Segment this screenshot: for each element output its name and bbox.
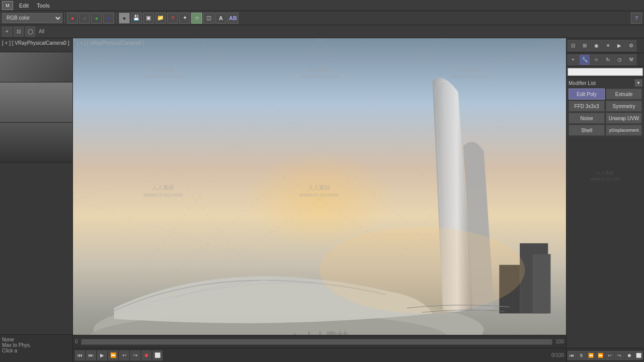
toolbar-folder-btn[interactable]: 📁 — [155, 13, 166, 24]
rp-anim-bar: ⏮ ⏸ ⏪ ⏩ ↩ ↪ ⏺ ⬜ — [567, 348, 644, 362]
main-layout: [ + ] [ VRayPhysicalCamera0 ] None Max t… — [0, 38, 644, 362]
rp-anim-forward[interactable]: ⏩ — [596, 351, 605, 360]
left-panel: [ + ] [ VRayPhysicalCamera0 ] None Max t… — [0, 38, 73, 362]
watermark-1: 人人素材 www.rr-sc.com — [143, 66, 183, 79]
anim-redo-btn[interactable]: ↪ — [130, 350, 140, 360]
menu-tools[interactable]: Tools — [33, 2, 54, 10]
svg-line-4 — [73, 38, 566, 200]
toolbar-ab-btn[interactable]: AB — [227, 13, 238, 24]
rp-tools-icon[interactable]: ⚙ — [625, 40, 636, 51]
anim-play-btn[interactable]: ▶ — [97, 350, 107, 360]
timeline-start: 0 — [75, 339, 78, 344]
modifier-dropdown-btn[interactable]: ▼ — [635, 79, 642, 86]
rp-scene-icon[interactable]: ⊡ — [568, 40, 579, 51]
anim-end-btn[interactable]: ⬜ — [152, 350, 163, 360]
rp-display2-icon[interactable]: ◷ — [614, 54, 625, 65]
rp-color-row — [567, 66, 644, 77]
toolbar-render-btn[interactable]: ▣ — [143, 13, 154, 24]
tb2-plus-btn[interactable]: + — [2, 27, 12, 37]
secondary-toolbar: + ⊡ ◯ All — [0, 25, 644, 38]
toolbar-snap-btn[interactable]: ✦ — [179, 13, 190, 24]
anim-key-btn[interactable]: ⏺ — [141, 350, 151, 360]
svg-rect-16 — [533, 254, 551, 313]
anim-rewind-btn[interactable]: ⏮ — [75, 350, 85, 360]
modifier-symmetry[interactable]: Symmetry — [606, 101, 642, 112]
toolbar-sphere2-btn[interactable]: ○ — [79, 13, 90, 24]
modifier-grid: Edit Poly Extrude FFD 3x3x3 Symmetry Noi… — [569, 88, 642, 136]
timeline-end: 100 — [555, 339, 564, 344]
rp-utility-icon[interactable]: ⚒ — [625, 54, 636, 65]
rp-display-icon[interactable]: ⊞ — [579, 40, 590, 51]
toolbar-close-btn[interactable]: ✕ — [167, 13, 178, 24]
modifier-ffd[interactable]: FFD 3x3x3 — [569, 101, 605, 112]
watermark-2: 人人素材 www.rr-sc.com — [299, 66, 339, 79]
timeline-track[interactable] — [81, 339, 553, 345]
rp-anim-icon[interactable]: ▶ — [614, 40, 625, 51]
anim-next-btn[interactable]: ⏩ — [108, 350, 118, 360]
bottom-phys-label: Max to Phys. — [2, 342, 70, 348]
rp-color-swatch[interactable] — [568, 68, 643, 76]
toolbar-select-btn[interactable]: ◫ — [203, 13, 214, 24]
rp-anim-key[interactable]: ⏺ — [624, 351, 633, 360]
scene-thumbnail-3 — [0, 123, 72, 163]
scene-thumbnail-2 — [0, 82, 72, 123]
frame-counter: 0/100 — [551, 352, 564, 358]
rp-modify-icon[interactable]: 🔧 — [579, 54, 590, 65]
watermark-5: 人人素材 www.rr-sc.com — [299, 184, 339, 198]
anim-prev-btn[interactable]: ⏭ — [86, 350, 96, 360]
toolbar-blue-btn[interactable]: ● — [103, 13, 114, 24]
main-toolbar: RGB color ● ○ ● ● ● 💾 ▣ 📁 ✕ ✦ ⊹ ◫ A AB ? — [0, 11, 644, 25]
modifier-unwrap[interactable]: Unwrap UVW — [606, 113, 642, 124]
toolbar-save-btn[interactable]: 💾 — [131, 13, 142, 24]
modifier-list-label: Modifier List — [569, 80, 596, 86]
rp-env-icon[interactable]: ☀ — [602, 40, 613, 51]
rp-create-icon[interactable]: + — [568, 54, 579, 65]
tb2-lasso-btn[interactable]: ◯ — [25, 27, 35, 37]
toolbar-green-btn[interactable]: ● — [91, 13, 102, 24]
svg-line-3 — [73, 38, 319, 362]
svg-line-12 — [443, 92, 468, 303]
toolbar-move-btn[interactable]: ⊹ — [191, 13, 202, 24]
scene-explorer-label: [ + ] [ VRayPhysicalCamera0 ] — [0, 38, 72, 52]
rp-anim-start[interactable]: ⏮ — [568, 351, 577, 360]
rp-anim-backward[interactable]: ⏪ — [587, 351, 596, 360]
anim-undo-btn[interactable]: ↩ — [119, 350, 129, 360]
rp-properties: 人人素材www.rr-sc.com — [567, 138, 644, 348]
snap-label: All — [37, 29, 46, 34]
color-mode-select[interactable]: RGB color — [2, 13, 62, 23]
svg-line-13 — [448, 87, 471, 287]
toolbar-sep-2 — [116, 13, 117, 23]
toolbar-dark-sphere[interactable]: ● — [119, 13, 130, 24]
rp-motion-icon[interactable]: ↻ — [602, 54, 613, 65]
svg-line-7 — [319, 38, 566, 362]
rp-icon-row-2: + 🔧 ⊹ ↻ ◷ ⚒ — [567, 53, 644, 66]
watermark-3: 人人素材 www.rr-sc.com — [450, 66, 490, 79]
rp-hierarchy-icon[interactable]: ⊹ — [591, 54, 602, 65]
svg-rect-15 — [499, 265, 520, 314]
scene-thumbnail-1 — [0, 52, 72, 82]
svg-line-0 — [73, 38, 566, 362]
viewport-overlay — [73, 38, 566, 362]
toolbar-a-btn[interactable]: A — [215, 13, 226, 24]
rp-anim-end[interactable]: ⬜ — [634, 351, 643, 360]
bottom-none-label: None — [2, 337, 70, 342]
toolbar-help-btn[interactable]: ? — [631, 13, 642, 24]
menu-edit[interactable]: Edit — [15, 2, 33, 10]
svg-rect-14 — [520, 243, 548, 314]
scene-panel[interactable] — [0, 52, 72, 334]
modifier-edit-poly[interactable]: Edit Poly — [569, 88, 605, 100]
toolbar-sphere-btn[interactable]: ● — [67, 13, 78, 24]
rp-icon-row-1: ⊡ ⊞ ◉ ☀ ▶ ⚙ — [567, 38, 644, 53]
rp-anim-pause[interactable]: ⏸ — [577, 351, 586, 360]
rp-render-icon[interactable]: ◉ — [591, 40, 602, 51]
modifier-noise[interactable]: Noise — [569, 113, 605, 124]
viewport[interactable]: 人人素材 www.rr-sc.com 人人素材 www.rr-sc.com 人人… — [73, 38, 566, 362]
modifier-shell[interactable]: Shell — [569, 125, 605, 136]
menu-bar: M Edit Tools — [0, 0, 644, 11]
rp-anim-redo[interactable]: ↪ — [615, 351, 624, 360]
modifier-extrude[interactable]: Extrude — [606, 88, 642, 100]
modifier-ydisplace[interactable]: yDisplacement — [606, 125, 642, 136]
tb2-select-btn[interactable]: ⊡ — [14, 27, 24, 37]
rp-anim-undo[interactable]: ↩ — [606, 351, 615, 360]
svg-line-2 — [319, 38, 566, 362]
